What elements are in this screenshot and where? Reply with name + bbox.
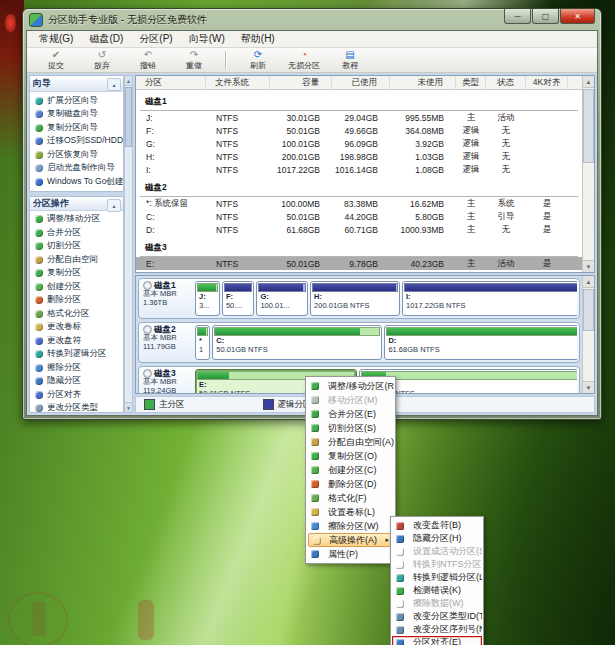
toolbar-button[interactable]: ↶ 撤销 bbox=[125, 50, 171, 70]
close-button[interactable]: ✕ bbox=[560, 9, 595, 24]
submenu-item[interactable]: 检测错误(K) bbox=[392, 584, 482, 597]
operations-panel-header[interactable]: 分区操作 ▴ bbox=[30, 197, 123, 211]
sidebar-operation-item[interactable]: 合并分区 bbox=[30, 226, 123, 240]
scrollbar-thumb[interactable] bbox=[125, 87, 132, 147]
sidebar-wizard-item[interactable]: 扩展分区向导 bbox=[30, 94, 123, 108]
column-header[interactable]: 文件系统 bbox=[206, 76, 270, 89]
context-menu-item[interactable]: 调整/移动分区(R) bbox=[307, 379, 394, 393]
submenu-item[interactable]: 转换到NTFS分区(O) bbox=[392, 558, 482, 571]
submenu-item[interactable]: 改变盘符(B) bbox=[392, 519, 482, 532]
sidebar-wizard-item[interactable]: 迁移OS到SSD/HDD bbox=[30, 135, 123, 149]
menubar-item[interactable]: 磁盘(D) bbox=[81, 31, 131, 47]
sidebar-operation-item[interactable]: 复制分区 bbox=[30, 267, 123, 281]
submenu-item[interactable]: 隐藏分区(H) bbox=[392, 532, 482, 545]
sidebar-wizard-item[interactable]: 复制分区向导 bbox=[30, 121, 123, 135]
scroll-up-icon[interactable]: ▲ bbox=[583, 276, 594, 288]
submenu-item[interactable]: 改变分区序列号(N) bbox=[392, 623, 482, 636]
partition-table-row[interactable]: E: NTFS 50.01GB 9.78GB 40.23GB 主 活动 是 bbox=[136, 257, 582, 270]
partition-table-row[interactable]: M: NTFS 69.23GB 7.78GB 61.45GB 主 无 是 bbox=[136, 270, 582, 272]
partition-table-row[interactable]: J: NTFS 30.01GB 29.04GB 995.55MB 主 活动 bbox=[136, 111, 582, 124]
partition-tile[interactable]: J: 3... bbox=[195, 281, 220, 316]
scroll-down-icon[interactable]: ▼ bbox=[125, 402, 132, 412]
submenu-item[interactable]: 转换到逻辑分区(L) bbox=[392, 571, 482, 584]
menubar-item[interactable]: 分区(P) bbox=[131, 31, 180, 47]
partition-tile[interactable]: H: 200.01GB NTFS bbox=[310, 281, 400, 316]
menubar-item[interactable]: 帮助(H) bbox=[233, 31, 283, 47]
column-header[interactable]: 类型 bbox=[456, 76, 486, 89]
sidebar-operation-item[interactable]: 擦除分区 bbox=[30, 361, 123, 375]
submenu-item[interactable]: 擦除数据(W) bbox=[392, 597, 482, 610]
context-menu-item[interactable]: 高级操作(A) ▸ bbox=[308, 533, 393, 547]
scroll-up-icon[interactable]: ▲ bbox=[583, 76, 594, 88]
context-menu-item[interactable]: 分配自由空间(A) bbox=[307, 435, 394, 449]
context-menu-item[interactable]: 复制分区(O) bbox=[307, 449, 394, 463]
sidebar-operation-item[interactable]: 更改盘符 bbox=[30, 334, 123, 348]
submenu-item[interactable]: 改变分区类型ID(T) bbox=[392, 610, 482, 623]
column-header[interactable]: 分区 bbox=[136, 76, 206, 89]
partition-tile[interactable]: C: 50.01GB NTFS bbox=[212, 325, 382, 360]
partition-table-row[interactable]: H: NTFS 200.01GB 198.98GB 1.03GB 逻辑 无 bbox=[136, 150, 582, 163]
sidebar-operation-item[interactable]: 创建分区 bbox=[30, 280, 123, 294]
sidebar-operation-item[interactable]: 转换到逻辑分区 bbox=[30, 348, 123, 362]
sidebar-wizard-item[interactable]: 分区恢复向导 bbox=[30, 148, 123, 162]
disk-panel-scrollbar[interactable]: ▲ ▼ bbox=[582, 276, 594, 393]
partition-table-row[interactable]: G: NTFS 100.01GB 96.09GB 3.92GB 逻辑 无 bbox=[136, 137, 582, 150]
submenu-item[interactable]: 设置成活动分区(S) bbox=[392, 545, 482, 558]
toolbar-button[interactable]: ↷ 重做 bbox=[171, 50, 217, 70]
titlebar[interactable]: 分区助手专业版 - 无损分区免费软件 ─ ▢ ✕ bbox=[23, 9, 601, 30]
menubar-item[interactable]: 向导(W) bbox=[181, 31, 233, 47]
table-scrollbar[interactable]: ▲ ▼ bbox=[582, 76, 594, 272]
disk-info[interactable]: 磁盘3 基本 MBR 119.24GB bbox=[141, 369, 195, 393]
context-menu-item[interactable]: 创建分区(C) bbox=[307, 463, 394, 477]
sidebar-wizard-item[interactable]: 复制磁盘向导 bbox=[30, 108, 123, 122]
wizards-panel-header[interactable]: 向导 ▴ bbox=[30, 76, 123, 92]
toolbar-button[interactable]: ✔ 提交 bbox=[33, 50, 79, 70]
sidebar-operation-item[interactable]: 分配自由空间 bbox=[30, 253, 123, 267]
column-header[interactable]: 容量 bbox=[270, 76, 332, 89]
partition-tile[interactable]: F: 50.... bbox=[222, 281, 255, 316]
sidebar-operation-item[interactable]: 格式化分区 bbox=[30, 307, 123, 321]
context-menu-item[interactable]: 切割分区(S) bbox=[307, 421, 394, 435]
column-header[interactable]: 已使用 bbox=[332, 76, 390, 89]
submenu-item[interactable]: 分区对齐(E) bbox=[392, 636, 482, 645]
toolbar-button[interactable]: ⟳ 刷新 bbox=[235, 50, 281, 70]
context-menu-item[interactable]: 删除分区(D) bbox=[307, 477, 394, 491]
partition-tile[interactable]: D: 61.68GB NTFS bbox=[384, 325, 577, 360]
column-header[interactable]: 状态 bbox=[486, 76, 526, 89]
menubar-item[interactable]: 常规(G) bbox=[31, 31, 81, 47]
sidebar-operation-item[interactable]: 分区对齐 bbox=[30, 388, 123, 402]
maximize-button[interactable]: ▢ bbox=[532, 9, 559, 24]
context-menu-item[interactable]: 合并分区(E) bbox=[307, 407, 394, 421]
partition-tile[interactable]: * 1 bbox=[195, 325, 210, 360]
collapse-chevron-icon[interactable]: ▴ bbox=[107, 199, 121, 212]
partition-table-row[interactable]: I: NTFS 1017.22GB 1016.14GB 1.08GB 逻辑 无 bbox=[136, 163, 582, 176]
disk-info[interactable]: 磁盘2 基本 MBR 111.79GB bbox=[141, 325, 195, 360]
scroll-down-icon[interactable]: ▼ bbox=[583, 381, 594, 393]
context-menu-item[interactable]: 移动分区(M) bbox=[307, 393, 394, 407]
toolbar-button[interactable]: ↺ 放弃 bbox=[79, 50, 125, 70]
sidebar-operation-item[interactable]: 删除分区 bbox=[30, 294, 123, 308]
context-menu-item[interactable]: 格式化(F) bbox=[307, 491, 394, 505]
context-menu-item[interactable]: 属性(P) bbox=[307, 547, 394, 561]
context-menu-item[interactable]: 设置卷标(L) bbox=[307, 505, 394, 519]
toolbar-button[interactable]: ▤ 教程 bbox=[327, 50, 373, 70]
disk-info[interactable]: 磁盘1 基本 MBR 1.36TB bbox=[141, 281, 195, 316]
partition-table-row[interactable]: D: NTFS 61.68GB 60.71GB 1000.93MB 主 无 是 bbox=[136, 223, 582, 236]
sidebar-operation-item[interactable]: 切割分区 bbox=[30, 240, 123, 254]
scrollbar-thumb[interactable] bbox=[583, 289, 594, 331]
sidebar-operation-item[interactable]: 调整/移动分区 bbox=[30, 213, 123, 227]
toolbar-button[interactable]: ◔ 无损分区 bbox=[281, 50, 327, 70]
sidebar-scrollbar[interactable]: ▲ ▼ bbox=[124, 75, 133, 413]
partition-table-row[interactable]: F: NTFS 50.01GB 49.66GB 364.08MB 逻辑 无 bbox=[136, 124, 582, 137]
scrollbar-thumb[interactable] bbox=[583, 89, 594, 163]
sidebar-operation-item[interactable]: 更改分区类型 bbox=[30, 402, 123, 414]
scroll-down-icon[interactable]: ▼ bbox=[583, 260, 594, 272]
minimize-button[interactable]: ─ bbox=[504, 9, 531, 24]
partition-table-row[interactable]: *: 系统保留 NTFS 100.00MB 83.38MB 16.62MB 主 … bbox=[136, 197, 582, 210]
partition-tile[interactable]: I: 1017.22GB NTFS bbox=[402, 281, 577, 316]
collapse-chevron-icon[interactable]: ▴ bbox=[107, 78, 121, 91]
sidebar-wizard-item[interactable]: Windows To Go创建器 bbox=[30, 175, 123, 189]
scroll-up-icon[interactable]: ▲ bbox=[125, 76, 132, 86]
context-menu-item[interactable]: 擦除分区(W) bbox=[307, 519, 394, 533]
column-header[interactable]: 未使用 bbox=[390, 76, 456, 89]
